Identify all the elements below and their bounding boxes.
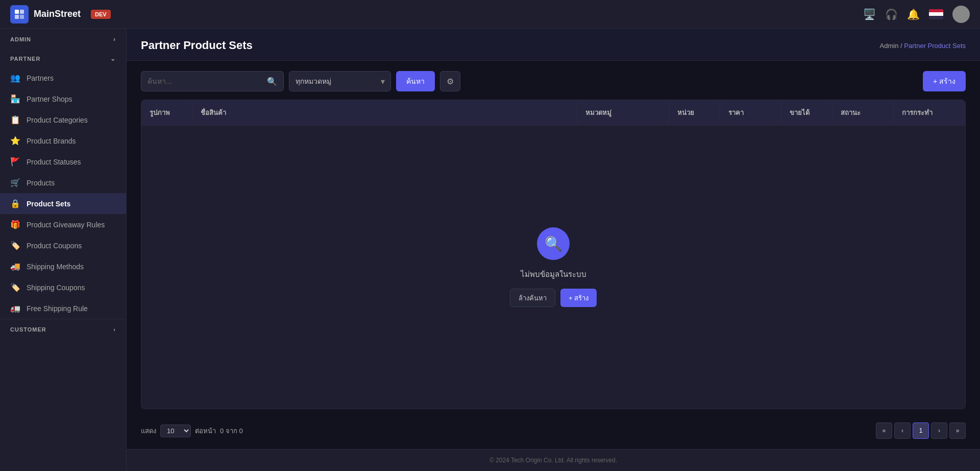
headset-icon[interactable]: 🎧	[885, 8, 898, 20]
logo-text: MainStreet	[34, 9, 81, 19]
last-page-button[interactable]: »	[949, 422, 966, 439]
admin-chevron-icon: ›	[113, 36, 116, 43]
table-body: 🔍 ไม่พบข้อมูลในระบบ ล้างค้นหา + สร้าง	[141, 126, 965, 409]
empty-search-icon: 🔍	[537, 227, 570, 260]
show-label: แสดง	[141, 426, 156, 436]
monitor-icon[interactable]: 🖥️	[863, 8, 876, 20]
topbar-logo: MainStreet DEV	[10, 5, 863, 23]
sidebar-item-product-sets[interactable]: 🔒 Product Sets	[0, 193, 126, 214]
search-box: 🔍	[141, 71, 284, 91]
sidebar-item-partners[interactable]: 👥 Partners	[0, 67, 126, 88]
product-statuses-icon: 🚩	[10, 157, 20, 167]
footer-text: © 2024 Tech Origin Co. Ltd. All rights r…	[489, 457, 617, 464]
customer-section-header[interactable]: CUSTOMER ›	[0, 319, 126, 338]
page-title: Partner Product Sets	[141, 39, 253, 52]
user-avatar[interactable]	[952, 6, 970, 23]
customer-chevron-icon: ›	[113, 326, 116, 333]
first-page-button[interactable]: «	[876, 422, 892, 439]
col-image: รูปภาพ	[141, 100, 192, 125]
dev-badge: DEV	[91, 10, 111, 19]
admin-section-header[interactable]: ADMIN ›	[0, 29, 126, 48]
data-table: รูปภาพ ชื่อสินค้า หมวดหมู่ หน่วย ราคา ขา…	[141, 100, 966, 409]
sidebar-item-product-brands[interactable]: ⭐ Product Brands	[0, 130, 126, 151]
partner-label: PARTNER	[10, 56, 40, 62]
bell-icon[interactable]: 🔔	[907, 8, 920, 20]
search-button[interactable]: ค้นหา	[396, 71, 435, 91]
sidebar-item-product-categories[interactable]: 📋 Product Categories	[0, 109, 126, 130]
sidebar-label-partners: Partners	[27, 74, 54, 82]
product-coupons-icon: 🏷️	[10, 241, 20, 250]
partner-shops-icon: 🏪	[10, 94, 20, 104]
sidebar-item-free-shipping-rule[interactable]: 🚛 Free Shipping Rule	[0, 298, 126, 319]
create-button-sm[interactable]: + สร้าง	[560, 289, 597, 307]
svg-rect-1	[20, 10, 24, 14]
page-1-button[interactable]: 1	[913, 422, 929, 439]
sidebar-label-product-brands: Product Brands	[27, 137, 76, 145]
sidebar: ADMIN › PARTNER ⌄ 👥 Partners 🏪 Partner S…	[0, 29, 127, 471]
partner-section-header[interactable]: PARTNER ⌄	[0, 48, 126, 67]
sidebar-item-shipping-methods[interactable]: 🚚 Shipping Methods	[0, 256, 126, 277]
topbar-icons: 🖥️ 🎧 🔔	[863, 6, 970, 23]
search-input[interactable]	[148, 77, 267, 85]
partners-icon: 👥	[10, 73, 20, 83]
svg-rect-3	[20, 15, 24, 19]
col-name: ชื่อสินค้า	[192, 100, 577, 125]
product-sets-icon: 🔒	[10, 199, 20, 208]
language-flag[interactable]	[929, 9, 943, 19]
breadcrumb-base: Admin	[880, 42, 899, 50]
col-action: การกระทำ	[894, 100, 965, 125]
col-price: ราคา	[720, 100, 781, 125]
sidebar-item-product-giveaway-rules[interactable]: 🎁 Product Giveaway Rules	[0, 214, 126, 235]
sidebar-label-shipping-coupons: Shipping Coupons	[27, 284, 85, 292]
shipping-coupons-icon: 🏷️	[10, 282, 20, 292]
magnifier-icon: 🔍	[545, 236, 562, 252]
customer-label: CUSTOMER	[10, 326, 46, 333]
pagination-controls: « ‹ 1 › »	[876, 422, 966, 439]
footer: © 2024 Tech Origin Co. Ltd. All rights r…	[127, 449, 980, 471]
content-area: Partner Product Sets Admin / Partner Pro…	[127, 29, 980, 471]
sidebar-item-product-statuses[interactable]: 🚩 Product Statuses	[0, 151, 126, 172]
sidebar-item-products[interactable]: 🛒 Products	[0, 172, 126, 193]
svg-rect-0	[15, 10, 19, 14]
col-unit: หน่วย	[669, 100, 720, 125]
category-select-wrapper: ทุกหมวดหมู่	[289, 71, 391, 91]
record-count: 0 จาก 0	[220, 426, 243, 436]
pagination-bar: แสดง 10 25 50 100 ต่อหน้า 0 จาก 0 « ‹ 1 …	[141, 417, 966, 439]
col-category: หมวดหมู่	[577, 100, 669, 125]
product-giveaway-rules-icon: 🎁	[10, 220, 20, 229]
sidebar-label-products: Products	[27, 179, 55, 187]
prev-page-button[interactable]: ‹	[894, 422, 911, 439]
sidebar-label-product-giveaway-rules: Product Giveaway Rules	[27, 221, 105, 229]
topbar: MainStreet DEV 🖥️ 🎧 🔔	[0, 0, 980, 29]
breadcrumb-current: Partner Product Sets	[904, 42, 966, 50]
product-categories-icon: 📋	[10, 115, 20, 125]
main-layout: ADMIN › PARTNER ⌄ 👥 Partners 🏪 Partner S…	[0, 29, 980, 471]
sidebar-item-product-coupons[interactable]: 🏷️ Product Coupons	[0, 235, 126, 256]
sidebar-item-partner-shops[interactable]: 🏪 Partner Shops	[0, 88, 126, 109]
create-button[interactable]: + สร้าง	[923, 71, 966, 91]
settings-button[interactable]: ⚙	[440, 71, 460, 91]
per-page-select[interactable]: 10 25 50 100	[160, 425, 191, 437]
category-select[interactable]: ทุกหมวดหมู่	[289, 71, 391, 91]
col-sellable: ขายได้	[781, 100, 832, 125]
next-page-button[interactable]: ›	[931, 422, 947, 439]
sidebar-label-partner-shops: Partner Shops	[27, 95, 72, 103]
pagination-info: แสดง 10 25 50 100 ต่อหน้า 0 จาก 0	[141, 425, 243, 437]
col-status: สถานะ	[832, 100, 894, 125]
logo-icon	[10, 5, 29, 23]
sidebar-label-product-coupons: Product Coupons	[27, 242, 82, 250]
filter-bar: 🔍 ทุกหมวดหมู่ ค้นหา ⚙ + สร้าง	[141, 71, 966, 91]
sidebar-item-shipping-coupons[interactable]: 🏷️ Shipping Coupons	[0, 277, 126, 298]
clear-search-button[interactable]: ล้างค้นหา	[510, 289, 555, 307]
per-page-label: ต่อหน้า	[195, 426, 216, 436]
partner-chevron-icon: ⌄	[110, 55, 116, 62]
product-brands-icon: ⭐	[10, 136, 20, 146]
breadcrumb: Admin / Partner Product Sets	[880, 42, 966, 50]
svg-rect-2	[15, 15, 19, 19]
empty-text: ไม่พบข้อมูลในระบบ	[521, 268, 586, 280]
gear-icon: ⚙	[447, 77, 454, 86]
table-header: รูปภาพ ชื่อสินค้า หมวดหมู่ หน่วย ราคา ขา…	[141, 100, 965, 126]
sidebar-label-product-categories: Product Categories	[27, 116, 88, 124]
free-shipping-rule-icon: 🚛	[10, 303, 20, 313]
admin-label: ADMIN	[10, 36, 31, 42]
